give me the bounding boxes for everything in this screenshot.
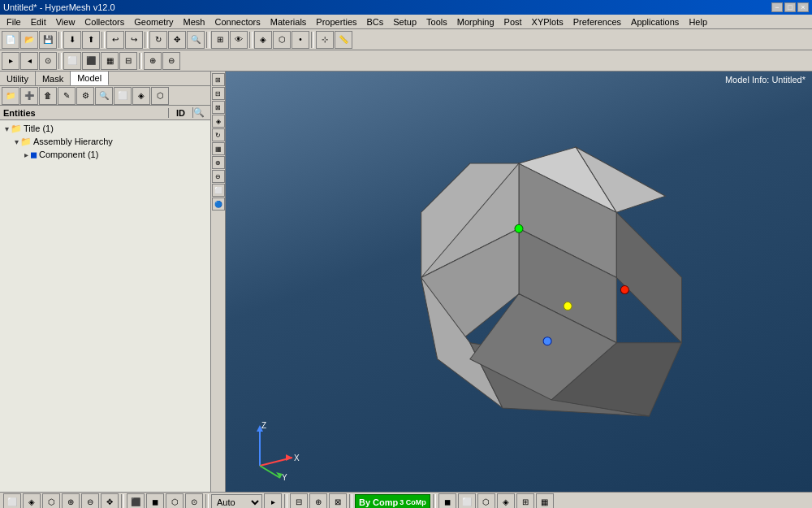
menu-post[interactable]: Post: [499, 15, 527, 28]
undo-button[interactable]: ↩: [106, 31, 124, 49]
mt-btn9[interactable]: ⬡: [151, 87, 169, 105]
t2-btn8[interactable]: ⊕: [144, 52, 162, 70]
view-button[interactable]: 👁: [230, 31, 248, 49]
tree-assembly[interactable]: ▾ 📁 Assembly Hierarchy: [2, 135, 209, 148]
menu-collectors[interactable]: Collectors: [80, 15, 129, 28]
bt-btn5[interactable]: ⊖: [81, 493, 99, 509]
bt-btn7[interactable]: ⬛: [127, 493, 145, 509]
menu-bcs[interactable]: BCs: [362, 15, 389, 28]
redo-button[interactable]: ↪: [125, 31, 143, 49]
shading-button[interactable]: ◈: [254, 31, 272, 49]
bt-btn4[interactable]: ⊕: [62, 493, 80, 509]
nav-btn-2[interactable]: ⊟: [212, 87, 225, 100]
tree-view[interactable]: ▾ 📁 Title (1) ▾ 📁 Assembly Hierarchy ▸ ◼…: [0, 120, 210, 492]
by-comp-button[interactable]: By Comp 3 CoMp: [355, 494, 430, 509]
mt-btn8[interactable]: ◈: [132, 87, 150, 105]
bt-btn10[interactable]: ⊙: [185, 493, 203, 509]
bt-btn11[interactable]: ▸: [264, 493, 282, 509]
menu-help[interactable]: Help: [684, 15, 712, 28]
export-button[interactable]: ⬆: [82, 31, 100, 49]
restore-button[interactable]: □: [784, 2, 796, 12]
menu-tools[interactable]: Tools: [421, 15, 452, 28]
measure-button[interactable]: 📏: [335, 31, 352, 49]
menu-mesh[interactable]: Mesh: [179, 15, 210, 28]
bt-btn18[interactable]: ◈: [497, 493, 515, 509]
bt-btn8[interactable]: ◼: [146, 493, 164, 509]
nav-btn-9[interactable]: ⬜: [212, 184, 225, 197]
tree-component[interactable]: ▸ ◼ Component (1): [2, 148, 209, 161]
t2-btn9[interactable]: ⊖: [162, 52, 180, 70]
save-button[interactable]: 💾: [39, 31, 57, 49]
menu-geometry[interactable]: Geometry: [129, 15, 178, 28]
bt-btn20[interactable]: ▦: [536, 493, 554, 509]
bt-btn16[interactable]: ⬜: [458, 493, 476, 509]
mt-btn6[interactable]: 🔍: [95, 87, 113, 105]
menu-materials[interactable]: Materials: [266, 15, 312, 28]
new-file-button[interactable]: 📄: [2, 31, 19, 49]
menu-setup[interactable]: Setup: [388, 15, 421, 28]
menu-applications[interactable]: Applications: [626, 15, 684, 28]
tab-mask[interactable]: Mask: [36, 72, 71, 85]
tab-model[interactable]: Model: [71, 72, 109, 85]
select-button[interactable]: ⊹: [316, 31, 334, 49]
pan-button[interactable]: ✥: [168, 31, 186, 49]
bt-btn19[interactable]: ⊞: [516, 493, 534, 509]
bt-btn1[interactable]: ⬜: [3, 493, 21, 509]
nav-btn-7[interactable]: ⊕: [212, 156, 225, 169]
nav-btn-6[interactable]: ▦: [212, 142, 225, 155]
t2-btn2[interactable]: ◂: [20, 52, 38, 70]
model-toolbar: 📁 ➕ 🗑 ✎ ⚙ 🔍 ⬜ ◈ ⬡: [0, 86, 210, 106]
menu-morphing[interactable]: Morphing: [452, 15, 499, 28]
import-button[interactable]: ⬇: [63, 31, 81, 49]
menu-connectors[interactable]: Connectors: [209, 15, 265, 28]
mt-btn3[interactable]: 🗑: [39, 87, 57, 105]
zoom-button[interactable]: 🔍: [187, 31, 205, 49]
mt-btn1[interactable]: 📁: [2, 87, 19, 105]
fit-button[interactable]: ⊞: [211, 31, 229, 49]
menu-file[interactable]: File: [2, 15, 26, 28]
nav-btn-4[interactable]: ◈: [212, 115, 225, 128]
bt-btn13[interactable]: ⊕: [309, 493, 327, 509]
tree-title[interactable]: ▾ 📁 Title (1): [2, 122, 209, 135]
rotate-button[interactable]: ↻: [149, 31, 167, 49]
t2-btn4[interactable]: ⬜: [63, 52, 81, 70]
sep-2: [102, 32, 105, 48]
t2-btn3[interactable]: ⊙: [39, 52, 57, 70]
menu-edit[interactable]: Edit: [26, 15, 51, 28]
t2-btn1[interactable]: ▸: [2, 52, 19, 70]
nav-btn-5[interactable]: ↻: [212, 128, 225, 141]
auto-dropdown[interactable]: Auto Manual: [211, 494, 262, 509]
viewport[interactable]: ⊞ ⊟ ⊠ ◈ ↻ ▦ ⊕ ⊖ ⬜ 🔵 Model Info: Untitled…: [211, 72, 812, 492]
bt-btn15[interactable]: ◼: [438, 493, 456, 509]
menu-preferences[interactable]: Preferences: [568, 15, 626, 28]
open-file-button[interactable]: 📂: [20, 31, 38, 49]
bt-btn3[interactable]: ⬡: [42, 493, 60, 509]
mt-btn2[interactable]: ➕: [20, 87, 38, 105]
mt-btn5[interactable]: ⚙: [76, 87, 94, 105]
t2-btn5[interactable]: ⬛: [82, 52, 100, 70]
bt-btn14[interactable]: ⊠: [329, 493, 347, 509]
wireframe-button[interactable]: ⬡: [273, 31, 291, 49]
minimize-button[interactable]: −: [771, 2, 783, 12]
nav-btn-3[interactable]: ⊠: [212, 101, 225, 114]
svg-line-17: [260, 466, 280, 478]
menu-xyplots[interactable]: XYPlots: [527, 15, 568, 28]
nodes-button[interactable]: •: [292, 31, 309, 49]
t2-btn7[interactable]: ⊟: [119, 52, 137, 70]
tree-component-label: Component (1): [39, 150, 98, 159]
tab-utility[interactable]: Utility: [0, 72, 36, 85]
nav-btn-1[interactable]: ⊞: [212, 73, 225, 86]
bt-btn17[interactable]: ⬡: [477, 493, 495, 509]
nav-btn-8[interactable]: ⊖: [212, 170, 225, 183]
mt-btn4[interactable]: ✎: [58, 87, 76, 105]
nav-btn-10[interactable]: 🔵: [212, 198, 225, 211]
t2-btn6[interactable]: ▦: [101, 52, 119, 70]
bt-btn9[interactable]: ⬡: [166, 493, 184, 509]
bt-btn6[interactable]: ✥: [101, 493, 119, 509]
menu-view[interactable]: View: [51, 15, 80, 28]
bt-btn12[interactable]: ⊟: [290, 493, 308, 509]
mt-btn7[interactable]: ⬜: [114, 87, 132, 105]
close-button[interactable]: ×: [797, 2, 809, 12]
bt-btn2[interactable]: ◈: [23, 493, 41, 509]
menu-properties[interactable]: Properties: [311, 15, 361, 28]
